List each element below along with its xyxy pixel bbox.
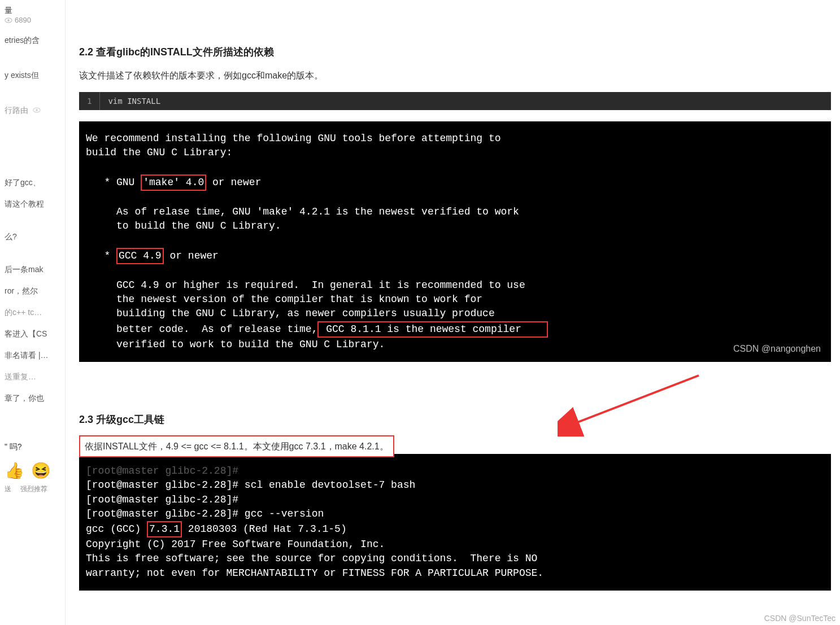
label-send: 送 <box>5 484 11 494</box>
sidebar: 量 6890 etries的含 y exists但 行路由 好了gcc、 请这个… <box>0 0 66 625</box>
code-block-vim: 1 vim INSTALL <box>79 92 831 110</box>
sidebar-item-rank[interactable]: 非名请看 |… <box>5 345 60 366</box>
highlight-gcc811: GCC 8.1.1 is the newest compiler <box>317 321 548 338</box>
sidebar-label: 量 <box>5 6 12 15</box>
svg-point-1 <box>7 19 10 21</box>
heading-2-2: 2.2 查看glibc的INSTALL文件所描述的依赖 <box>79 45 831 59</box>
code-line-number: 1 <box>79 92 100 110</box>
sidebar-item-route[interactable]: 行路由 <box>5 100 60 121</box>
eye-icon <box>5 18 12 23</box>
highlight-para-23: 依据INSTALL文件，4.9 <= gcc <= 8.1.1。本文使用gcc … <box>79 435 394 457</box>
sidebar-item-me[interactable]: 么? <box>5 226 60 248</box>
para-2-3: 依据INSTALL文件，4.9 <= gcc <= 8.1.1。本文使用gcc … <box>85 442 389 451</box>
sidebar-item-zhang[interactable]: 章了，你也 <box>5 388 60 409</box>
highlight-gcc731: 7.3.1 <box>147 521 182 537</box>
para-2-2: 该文件描述了依赖软件的版本要求，例如gcc和make的版本。 <box>79 68 831 83</box>
highlight-gcc49: GCC 4.9 <box>116 248 164 264</box>
main-content: 2.2 查看glibc的INSTALL文件所描述的依赖 该文件描述了依赖软件的版… <box>66 0 840 625</box>
watermark-bottom: CSDN @SunTecTec <box>764 614 835 623</box>
sidebar-prompt: " 吗? <box>5 438 60 457</box>
sidebar-item-send[interactable]: 送重复… <box>5 366 60 388</box>
emoji-labels: 送 强烈推荐 <box>5 484 60 494</box>
sidebar-item-mak[interactable]: 后一条mak <box>5 259 60 281</box>
highlight-make: 'make' 4.0 <box>141 174 206 191</box>
watermark-csdn: CSDN @nangonghen <box>733 343 821 355</box>
arrow-annotation <box>558 370 704 438</box>
sidebar-item-exists[interactable]: y exists但 <box>5 65 60 86</box>
sidebar-item-volume[interactable]: 量 6890 <box>5 0 60 30</box>
code-text: vim INSTALL <box>100 92 831 110</box>
sidebar-item-gcc[interactable]: 好了gcc、 <box>5 172 60 194</box>
laugh-emoji[interactable]: 😆 <box>31 461 51 480</box>
svg-point-3 <box>36 109 38 111</box>
sidebar-item-cpp[interactable]: 的c++ tc… <box>5 302 60 324</box>
sidebar-item-etries[interactable]: etries的含 <box>5 30 60 51</box>
terminal-gcc-version: [root@master glibc-2.28]# [root@master g… <box>79 454 831 591</box>
sidebar-item-ror[interactable]: ror，然尔 <box>5 281 60 302</box>
sidebar-item-tutorial[interactable]: 请这个教程 <box>5 194 60 215</box>
heading-2-3: 2.3 升级gcc工具链 <box>79 413 831 426</box>
thumbs-up-emoji[interactable]: 👍 <box>5 461 24 480</box>
sidebar-item-cs[interactable]: 客进入【CS <box>5 324 60 345</box>
emoji-row: 👍 😆 <box>5 457 60 484</box>
eye-icon <box>33 107 41 113</box>
view-count: 6890 <box>5 16 60 24</box>
label-tuijian: 强烈推荐 <box>20 484 47 494</box>
svg-line-5 <box>574 375 699 423</box>
terminal-install: We recommend installing the following GN… <box>79 121 831 362</box>
